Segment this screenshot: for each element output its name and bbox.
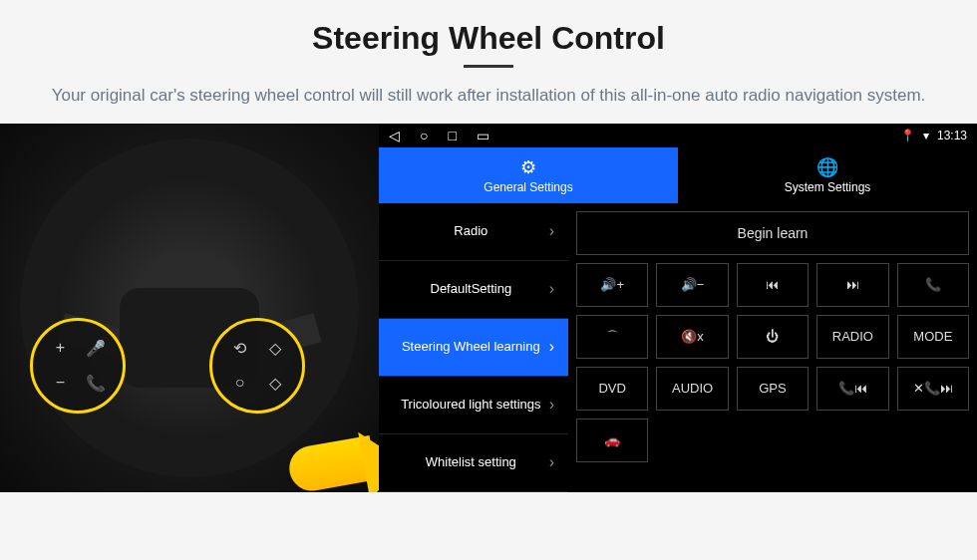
volume-up-icon: 🔊+ (600, 277, 624, 292)
globe-icon: 🌐 (816, 156, 838, 178)
settings-sidebar: Radio › DefaultSetting › Steering Wheel … (379, 203, 568, 492)
cycle-icon: ⟲ (224, 333, 255, 364)
home-icon[interactable]: ○ (420, 128, 428, 143)
minus-icon: − (45, 368, 76, 399)
device-screen: ◁ ○ □ ▭ 📍 ▾ 13:13 ⚙ General Settings 🌐 S… (379, 124, 977, 492)
sidebar-item-label: Tricoloured light settings (393, 397, 549, 413)
volume-up-button[interactable]: 🔊+ (576, 263, 648, 307)
call-button[interactable]: 📞 (897, 263, 969, 307)
car-button[interactable]: 🚗 (576, 419, 648, 462)
chevron-right-icon: › (549, 396, 554, 414)
chevron-right-icon: › (549, 338, 554, 356)
chevron-right-icon: › (549, 453, 554, 471)
chevron-right-icon: › (549, 280, 554, 298)
back-icon[interactable]: ◁ (389, 128, 400, 143)
car-icon: 🚗 (604, 432, 620, 447)
wifi-icon: ▾ (923, 129, 929, 142)
pointer-arrow (289, 442, 374, 487)
volume-down-icon: 🔊− (681, 277, 705, 292)
tab-system-settings[interactable]: 🌐 System Settings (678, 147, 977, 203)
volume-down-button[interactable]: 🔊− (656, 263, 728, 307)
tab-label: General Settings (484, 180, 572, 194)
wheel-control-right-highlight: ⟲ ◇ ○ ◇ (209, 318, 305, 414)
audio-button[interactable]: AUDIO (656, 367, 728, 411)
circle-icon: ○ (224, 368, 255, 399)
begin-learn-button[interactable]: Begin learn (576, 211, 969, 255)
sidebar-item-label: DefaultSetting (393, 281, 549, 297)
previous-button[interactable]: ⏮ (737, 263, 809, 307)
wheel-control-left-highlight: + 🎤 − 📞 (30, 318, 126, 414)
tab-label: System Settings (785, 180, 871, 194)
status-bar: ◁ ○ □ ▭ 📍 ▾ 13:13 (379, 124, 977, 147)
sidebar-item-label: Whitelist setting (393, 454, 549, 470)
call-next-icon: ✕📞⏭ (913, 381, 953, 396)
mute-icon: 🔇x (681, 329, 704, 344)
sidebar-item-label: Steering Wheel learning (393, 339, 549, 355)
next-button[interactable]: ⏭ (816, 263, 888, 307)
page-subtitle: Your original car's steering wheel contr… (40, 83, 937, 109)
call-next-button[interactable]: ✕📞⏭ (897, 367, 969, 411)
steering-wheel-image: + 🎤 − 📞 ⟲ ◇ ○ ◇ (0, 124, 379, 492)
diamond2-icon: ◇ (259, 368, 290, 399)
voice-icon: 🎤 (80, 333, 111, 364)
hangup-icon: ⌒ (606, 328, 619, 346)
prev-icon: ⏮ (766, 277, 779, 292)
chevron-right-icon: › (549, 222, 554, 240)
clock: 13:13 (937, 129, 967, 142)
page-title: Steering Wheel Control (40, 20, 937, 57)
power-icon: ⏻ (766, 329, 779, 344)
call-prev-button[interactable]: 📞⏮ (816, 367, 888, 411)
location-icon: 📍 (900, 129, 915, 142)
sidebar-item-whitelist[interactable]: Whitelist setting › (379, 434, 568, 492)
diamond-icon: ◇ (259, 333, 290, 364)
power-button[interactable]: ⏻ (737, 315, 809, 359)
call-prev-icon: 📞⏮ (838, 381, 867, 396)
title-divider (464, 65, 513, 68)
gps-button[interactable]: GPS (737, 367, 809, 411)
phone-icon: 📞 (80, 368, 111, 399)
function-button-panel: Begin learn 🔊+ 🔊− ⏮ ⏭ 📞 ⌒ 🔇x ⏻ RADIO MOD… (568, 203, 977, 492)
sidebar-item-steering-wheel-learning[interactable]: Steering Wheel learning › (379, 319, 568, 377)
sidebar-item-label: Radio (393, 223, 549, 239)
mute-button[interactable]: 🔇x (656, 315, 728, 359)
hangup-button[interactable]: ⌒ (576, 315, 648, 359)
sidebar-item-radio[interactable]: Radio › (379, 203, 568, 261)
sidebar-item-default-setting[interactable]: DefaultSetting › (379, 261, 568, 319)
phone-icon: 📞 (925, 277, 941, 292)
next-icon: ⏭ (846, 277, 859, 292)
mode-button[interactable]: MODE (897, 315, 969, 359)
sidebar-item-tricoloured-light[interactable]: Tricoloured light settings › (379, 377, 568, 434)
dvd-button[interactable]: DVD (576, 367, 648, 411)
card-icon[interactable]: ▭ (477, 128, 489, 143)
gear-icon: ⚙ (520, 156, 536, 178)
tab-general-settings[interactable]: ⚙ General Settings (379, 147, 678, 203)
plus-icon: + (45, 333, 76, 364)
recent-icon[interactable]: □ (448, 128, 456, 143)
radio-button[interactable]: RADIO (816, 315, 888, 359)
